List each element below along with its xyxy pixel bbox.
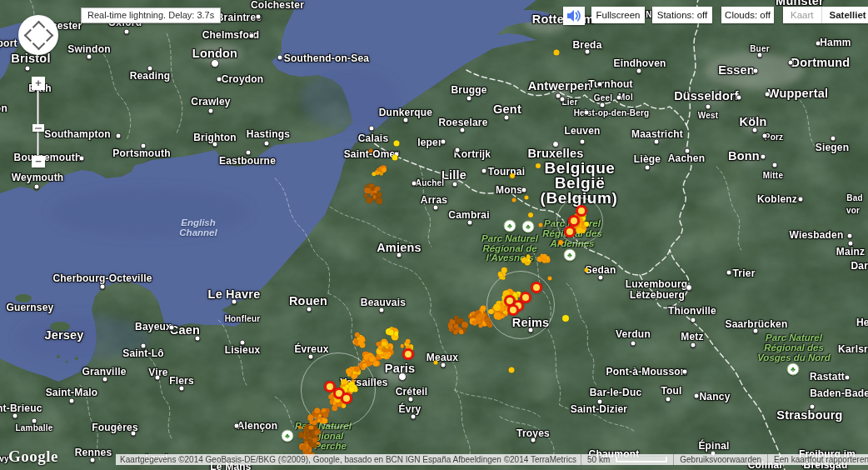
map-type-control: Kaart Satelliet — [783, 7, 868, 23]
zoom-out-button[interactable]: − — [32, 156, 45, 168]
map-type-satellite-button[interactable]: Satelliet — [822, 7, 868, 23]
map-attribution: Kaartgegevens ©2014 GeoBasis-DE/BKG (©20… — [116, 454, 581, 465]
speaker-icon — [566, 14, 581, 24]
minus-icon: − — [35, 155, 42, 168]
pan-down-icon[interactable] — [32, 38, 46, 51]
pan-right-icon[interactable] — [41, 29, 54, 42]
report-error-link[interactable]: Een kaartfout rapporteren — [774, 455, 868, 464]
map-canvas[interactable]: GloucesterOxfordSwindonReadingLondonBrai… — [0, 0, 868, 470]
satellite-basemap — [0, 0, 868, 470]
scale-control: 50 km — [581, 454, 673, 465]
stations-toggle-button[interactable]: Stations: off — [652, 7, 712, 23]
plus-icon: + — [35, 77, 42, 89]
terms-link[interactable]: Gebruiksvoorwaarden — [680, 455, 761, 464]
pan-control[interactable] — [18, 15, 58, 55]
zoom-in-button[interactable]: + — [32, 77, 45, 90]
map-footer-bar: Kaartgegevens ©2014 GeoBasis-DE/BKG (©20… — [116, 454, 868, 465]
clouds-toggle-button[interactable]: Cl​ouds: off — [721, 7, 774, 23]
map-type-map-button[interactable]: Kaart — [783, 7, 822, 23]
zoom-slider-handle[interactable] — [32, 124, 44, 132]
fullscreen-button[interactable]: Fullscreen — [591, 7, 645, 23]
scale-label: 50 km — [587, 455, 610, 464]
scale-bar — [616, 457, 667, 462]
zoom-slider-track[interactable] — [37, 90, 39, 156]
sound-button[interactable] — [563, 7, 585, 25]
lightning-delay-status: Real-time lightning. Delay: 3.7s — [81, 8, 221, 23]
google-logo[interactable]: Google — [8, 448, 58, 466]
